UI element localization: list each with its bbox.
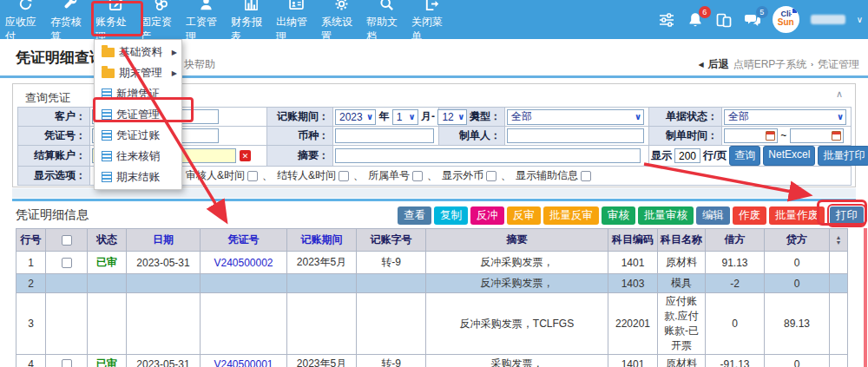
sort-down-icon[interactable]: ▼ bbox=[836, 240, 842, 246]
summary-input[interactable] bbox=[335, 148, 641, 163]
table-row-2[interactable]: 2反冲采购发票，1403模具-20 bbox=[16, 274, 848, 293]
batch-void-button[interactable]: 批量作废 bbox=[769, 206, 825, 225]
devices-icon[interactable] bbox=[715, 11, 733, 29]
maker-input[interactable] bbox=[507, 128, 644, 143]
option-checkbox[interactable] bbox=[339, 171, 349, 181]
nav-item-label: 应收应付 bbox=[5, 15, 45, 44]
back-arrow-icon: ◀ bbox=[698, 61, 703, 69]
detail-section-title: 凭证明细信息 bbox=[16, 207, 89, 223]
clear-icon[interactable]: ✕ bbox=[240, 150, 251, 161]
nav-item-6[interactable]: 财务报表 bbox=[231, 0, 271, 44]
menu-item-1[interactable]: 基础资料▶ bbox=[95, 42, 181, 62]
nav-item-10[interactable]: 关闭菜单 bbox=[411, 0, 451, 44]
currency-input[interactable] bbox=[335, 128, 434, 143]
option-checkbox[interactable] bbox=[412, 171, 423, 181]
cell bbox=[830, 355, 848, 367]
cell: 2023年5月 bbox=[287, 252, 357, 274]
audit-button[interactable]: 审核 bbox=[602, 206, 635, 225]
avatar[interactable]: Cli Sun bbox=[773, 6, 799, 33]
menu-item-3[interactable]: 新增凭证 bbox=[95, 83, 181, 104]
cell: 3 bbox=[16, 293, 46, 355]
calendar-icon[interactable] bbox=[832, 131, 841, 141]
collapse-icon[interactable]: ∧ bbox=[836, 88, 843, 100]
menu-item-6[interactable]: 往来核销 bbox=[95, 146, 181, 167]
option-checkbox[interactable] bbox=[247, 171, 258, 181]
year-select[interactable]: 2023∨ bbox=[335, 109, 376, 125]
reverse-button[interactable]: 反冲 bbox=[470, 206, 504, 225]
nav-item-1[interactable]: 应收应付 bbox=[5, 0, 45, 44]
back-button[interactable]: 后退 bbox=[708, 57, 729, 72]
menu-item-4[interactable]: 凭证管理 bbox=[95, 104, 181, 125]
print-button[interactable]: 打印 bbox=[830, 206, 864, 225]
menu-item-7[interactable]: 期末结账 bbox=[95, 167, 181, 187]
option-label: 审核人&时间 bbox=[186, 168, 245, 183]
col-header-4[interactable]: 日期 bbox=[127, 229, 201, 252]
reverse-audit-button[interactable]: 反审 bbox=[507, 206, 541, 225]
cell: 2 bbox=[16, 274, 46, 293]
col-header-6[interactable]: 记账期间 bbox=[287, 229, 357, 252]
table-row-3[interactable]: 3反冲采购发票，TCLFGS220201应付账款.应付账款-已开票089.13 bbox=[16, 293, 848, 355]
messages[interactable]: 5 bbox=[744, 11, 761, 29]
menu-item-2[interactable]: 期末管理▶ bbox=[95, 62, 181, 83]
col-header-3: 状态 bbox=[88, 229, 127, 252]
type-select[interactable]: 全部∨ bbox=[507, 109, 644, 125]
chevron-down-icon[interactable]: ∨ bbox=[857, 15, 863, 24]
nav-item-5[interactable]: 工资管理 bbox=[186, 0, 226, 44]
notifications[interactable]: 6 bbox=[687, 11, 704, 29]
month-from-select[interactable]: 1∨ bbox=[392, 109, 418, 125]
select-all-checkbox[interactable] bbox=[62, 235, 72, 246]
search-button[interactable]: 查询 bbox=[729, 146, 760, 166]
nav-item-8[interactable]: 系统设置 bbox=[321, 0, 361, 44]
sort-column-header[interactable]: ▲▼ bbox=[830, 229, 848, 252]
menu-item-5[interactable]: 凭证过账 bbox=[95, 125, 181, 146]
cell[interactable]: V240500001 bbox=[201, 355, 287, 367]
table-row-1[interactable]: 1已审2023-05-31V2405000022023年5月转-9反冲采购发票，… bbox=[16, 252, 848, 274]
calendar-icon[interactable] bbox=[766, 131, 775, 141]
nav-item-3[interactable]: 账务处理 bbox=[95, 0, 135, 44]
scrollbar[interactable] bbox=[864, 228, 867, 367]
month-to-select[interactable]: 12∨ bbox=[437, 109, 467, 125]
page-size-input[interactable] bbox=[674, 148, 700, 163]
option-checkbox[interactable] bbox=[581, 171, 591, 181]
breadcrumb-root[interactable]: 点晴ERP子系统 bbox=[733, 57, 807, 72]
nav-items: 应收应付存货核算账务处理固定资产工资管理财务报表出纳管理系统设置帮助文档关闭菜单 bbox=[0, 0, 451, 44]
batch-reverse-audit-button[interactable]: 批量反审 bbox=[543, 206, 599, 225]
doc-status-select[interactable]: 全部∨ bbox=[724, 109, 846, 125]
cell[interactable] bbox=[201, 274, 287, 293]
cell[interactable]: V240500002 bbox=[201, 252, 287, 274]
netexcel-button[interactable]: NetExcel bbox=[763, 146, 815, 166]
erp-window: 应收应付存货核算账务处理固定资产工资管理财务报表出纳管理系统设置帮助文档关闭菜单… bbox=[0, 0, 868, 367]
cell: 反冲采购发票， bbox=[426, 252, 608, 274]
void-button[interactable]: 作废 bbox=[733, 206, 766, 225]
cell: 采购发票， bbox=[426, 355, 608, 367]
avatar-pixels bbox=[792, 9, 797, 13]
person-icon bbox=[198, 0, 214, 13]
exit-icon bbox=[424, 0, 440, 13]
col-header-5[interactable]: 凭证号 bbox=[201, 229, 287, 252]
cell: 1403 bbox=[608, 274, 658, 293]
row-checkbox[interactable] bbox=[62, 359, 72, 367]
cell[interactable] bbox=[46, 252, 88, 274]
nav-item-4[interactable]: 固定资产 bbox=[141, 0, 181, 44]
option-separator: 、 bbox=[427, 168, 437, 183]
sliders-icon[interactable] bbox=[658, 11, 675, 29]
view-button[interactable]: 查看 bbox=[398, 206, 431, 225]
username-redacted[interactable] bbox=[811, 15, 845, 24]
option-checkbox[interactable] bbox=[486, 171, 496, 181]
chevron-down-icon: ∨ bbox=[366, 112, 373, 121]
cell bbox=[357, 274, 426, 293]
nav-item-2[interactable]: 存货核算 bbox=[50, 0, 90, 44]
batch-print-button[interactable]: 批量打印 bbox=[818, 146, 868, 166]
copy-button[interactable]: 复制 bbox=[434, 206, 468, 225]
nav-item-7[interactable]: 出纳管理 bbox=[276, 0, 316, 44]
cell[interactable] bbox=[46, 355, 88, 367]
module-help-link[interactable]: 块帮助 bbox=[184, 57, 215, 72]
table-row-4[interactable]: 4已审2023-05-31V2405000012023年5月转-9采购发票，14… bbox=[16, 355, 848, 367]
edit-button[interactable]: 编辑 bbox=[696, 206, 730, 225]
row-checkbox[interactable] bbox=[62, 258, 72, 268]
gear-icon bbox=[333, 0, 350, 13]
batch-audit-button[interactable]: 批量审核 bbox=[638, 206, 694, 225]
cell[interactable] bbox=[201, 293, 287, 355]
cell: 已审 bbox=[88, 355, 127, 367]
nav-item-9[interactable]: 帮助文档 bbox=[366, 0, 406, 44]
